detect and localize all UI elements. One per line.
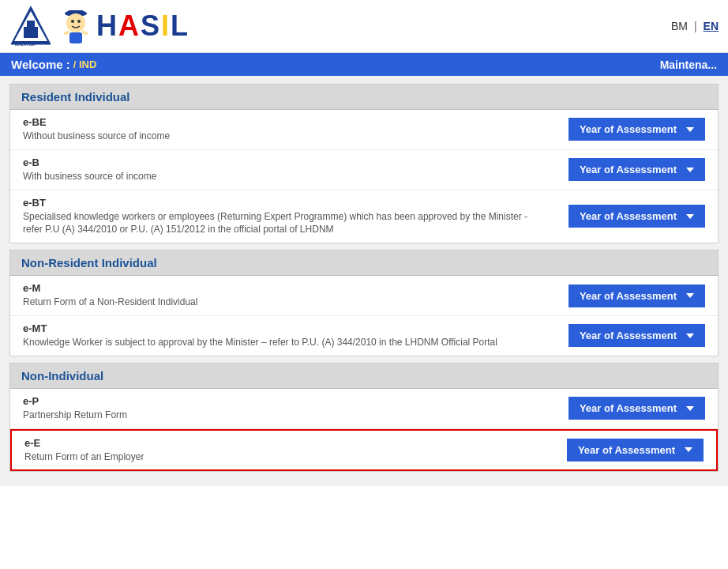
svg-rect-2 xyxy=(24,27,38,38)
yoa-button-eM[interactable]: Year of Assessment xyxy=(569,284,705,307)
row-info-eB: e-BWith business source of income xyxy=(23,156,569,183)
yoa-button-label-eB: Year of Assessment xyxy=(580,164,677,175)
yoa-button-eBT[interactable]: Year of Assessment xyxy=(569,205,705,228)
row-title-eM: e-M xyxy=(23,282,569,294)
yoa-button-eP[interactable]: Year of Assessment xyxy=(569,397,705,420)
svg-rect-12 xyxy=(81,30,88,35)
row-title-eE: e-E xyxy=(24,437,567,449)
chevron-down-icon xyxy=(686,406,694,411)
row-title-eBT: e-BT xyxy=(23,197,569,209)
chevron-down-icon xyxy=(685,447,692,452)
row-title-eP: e-P xyxy=(23,395,569,407)
svg-rect-10 xyxy=(69,32,82,43)
yoa-button-eMT[interactable]: Year of Assessment xyxy=(569,324,705,347)
ind-label: / IND xyxy=(73,58,97,70)
chevron-down-icon xyxy=(686,333,694,338)
yoa-button-label-eMT: Year of Assessment xyxy=(580,330,677,341)
row-title-eB: e-B xyxy=(23,156,569,168)
chevron-down-icon xyxy=(686,214,694,219)
form-row-eMT: e-MTKnowledge Worker is subject to appro… xyxy=(10,316,718,356)
svg-point-9 xyxy=(77,20,81,23)
form-row-eB: e-BWith business source of incomeYear of… xyxy=(10,150,718,190)
yoa-button-eBE[interactable]: Year of Assessment xyxy=(569,118,705,141)
lhdn-logo-icon: MALAYSIA xyxy=(9,5,52,47)
row-desc-eMT: Knowledge Worker is subject to approval … xyxy=(23,336,528,349)
yoa-button-label-eBE: Year of Assessment xyxy=(580,123,677,135)
lang-divider: | xyxy=(694,20,697,32)
section-non-resident-individual: Non-Resident Individuale-MReturn Form of… xyxy=(9,250,719,356)
row-desc-eBE: Without business source of income xyxy=(23,130,528,143)
svg-rect-3 xyxy=(27,21,35,28)
yoa-button-label-eE: Year of Assessment xyxy=(578,444,675,456)
form-row-eBE: e-BEWithout business source of incomeYea… xyxy=(10,110,718,150)
blue-banner: Welcome : / IND Maintena... xyxy=(0,53,728,76)
main-content: Resident Individuale-BEWithout business … xyxy=(0,76,728,486)
logo-area: MALAYSIA xyxy=(9,5,190,47)
yoa-button-label-eM: Year of Assessment xyxy=(580,290,677,302)
row-desc-eBT: Specialised knowledge workers or employe… xyxy=(23,210,528,237)
lang-en-link[interactable]: EN xyxy=(704,20,719,32)
row-info-eE: e-EReturn Form of an Employer xyxy=(24,437,567,464)
section-header-resident-individual: Resident Individual xyxy=(10,85,718,110)
chevron-down-icon xyxy=(686,293,694,298)
chevron-down-icon xyxy=(686,168,694,172)
row-desc-eP: Partnership Return Form xyxy=(23,409,528,422)
yoa-button-label-eP: Year of Assessment xyxy=(580,402,677,414)
header: MALAYSIA xyxy=(0,0,728,53)
form-row-eE: e-EReturn Form of an EmployerYear of Ass… xyxy=(10,429,718,472)
hasil-wordmark: HASIL xyxy=(96,9,190,43)
svg-point-8 xyxy=(71,20,74,23)
maintenance-label: Maintena... xyxy=(660,58,717,71)
yoa-button-eB[interactable]: Year of Assessment xyxy=(569,158,705,181)
row-info-eM: e-MReturn Form of a Non-Resident Individ… xyxy=(23,282,569,309)
row-info-eMT: e-MTKnowledge Worker is subject to appro… xyxy=(23,322,569,349)
row-title-eMT: e-MT xyxy=(23,322,569,334)
welcome-label: Welcome : xyxy=(11,58,70,71)
row-desc-eE: Return Form of an Employer xyxy=(24,450,530,464)
row-desc-eM: Return Form of a Non-Resident Individual xyxy=(23,296,528,309)
row-title-eBE: e-BE xyxy=(23,116,569,128)
yoa-button-eE[interactable]: Year of Assessment xyxy=(567,439,704,462)
section-header-non-resident-individual: Non-Resident Individual xyxy=(10,251,718,276)
form-row-eBT: e-BTSpecialised knowledge workers or emp… xyxy=(10,190,718,243)
language-switcher: BM | EN xyxy=(671,20,719,32)
svg-text:MALAYSIA: MALAYSIA xyxy=(15,42,36,47)
form-row-eP: e-PPartnership Return FormYear of Assess… xyxy=(10,389,718,429)
yoa-button-label-eBT: Year of Assessment xyxy=(580,210,677,222)
svg-rect-11 xyxy=(63,30,70,35)
svg-point-7 xyxy=(66,13,85,32)
form-row-eM: e-MReturn Form of a Non-Resident Individ… xyxy=(10,276,718,316)
row-desc-eB: With business source of income xyxy=(23,170,528,183)
row-info-eBT: e-BTSpecialised knowledge workers or emp… xyxy=(23,197,569,237)
section-non-individual: Non-Individuale-PPartnership Return Form… xyxy=(9,363,719,473)
lang-bm-link[interactable]: BM xyxy=(671,20,688,32)
hasil-logo: HASIL xyxy=(58,6,190,47)
row-info-eBE: e-BEWithout business source of income xyxy=(23,116,569,143)
section-header-non-individual: Non-Individual xyxy=(10,364,718,389)
chevron-down-icon xyxy=(686,127,694,132)
mascot-icon xyxy=(58,6,93,47)
section-resident-individual: Resident Individuale-BEWithout business … xyxy=(9,84,719,243)
row-info-eP: e-PPartnership Return Form xyxy=(23,395,569,422)
